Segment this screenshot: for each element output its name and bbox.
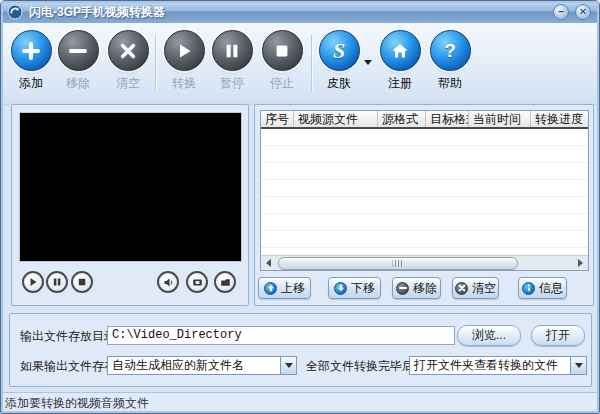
clear-button[interactable]: 清空 — [104, 30, 152, 92]
list-clear-button[interactable]: 清空 — [452, 277, 499, 299]
question-icon: ? — [430, 30, 471, 71]
column-header-srcfmt[interactable]: 源格式 — [378, 111, 426, 127]
add-icon — [11, 30, 52, 71]
window-title: 闪电-3GP手机视频转换器 — [29, 1, 165, 23]
stop-icon — [262, 30, 303, 71]
output-dir-input[interactable]: C:\Video_Directory — [107, 326, 455, 345]
app-window: 闪电-3GP手机视频转换器 – ✕ 添加 移除 清空 — [0, 0, 600, 414]
queue-panel: 序号 视频源文件 源格式 目标格式 当前时间 转换进度 上移 下移 — [254, 104, 594, 306]
clear-icon — [108, 30, 149, 71]
move-down-button[interactable]: 下移 — [328, 277, 381, 299]
column-header-dstfmt[interactable]: 目标格式 — [426, 111, 469, 127]
toolbar: 添加 移除 清空 转换 暂停 — [1, 23, 599, 105]
minus-icon — [396, 282, 409, 295]
toolbar-divider — [155, 35, 157, 91]
column-header-progress[interactable]: 转换进度 — [531, 111, 588, 127]
add-button[interactable]: 添加 — [7, 30, 55, 92]
info-icon — [522, 282, 535, 295]
register-button[interactable]: 注册 — [376, 30, 424, 92]
arrow-up-icon — [264, 282, 277, 295]
skin-button[interactable]: S 皮肤 — [315, 30, 363, 92]
if-exists-dropdown[interactable]: 自动生成相应的新文件名 — [107, 356, 297, 375]
player-pause-button[interactable] — [46, 271, 68, 293]
pause-button[interactable]: 暂停 — [208, 30, 256, 92]
remove-button[interactable]: 移除 — [54, 30, 102, 92]
output-settings-panel: 输出文件存放目录: C:\Video_Directory 浏览... 打开 如果… — [9, 313, 592, 387]
file-list-table[interactable]: 序号 视频源文件 源格式 目标格式 当前时间 转换进度 — [260, 110, 589, 271]
column-header-time[interactable]: 当前时间 — [469, 111, 531, 127]
after-convert-dropdown[interactable]: 打开文件夹查看转换的文件 — [409, 356, 587, 375]
skin-icon: S — [319, 30, 360, 71]
player-volume-button[interactable] — [157, 271, 179, 293]
open-button[interactable]: 打开 — [531, 325, 585, 346]
toolbar-divider — [311, 35, 313, 91]
table-horizontal-scrollbar[interactable] — [261, 255, 588, 270]
list-remove-button[interactable]: 移除 — [392, 277, 441, 299]
video-preview-screen — [19, 112, 242, 262]
chevron-down-icon[interactable] — [570, 357, 586, 374]
player-fullscreen-button[interactable] — [214, 271, 236, 293]
if-exists-label: 如果输出文件存在: — [20, 356, 119, 376]
after-convert-label: 全部文件转换完毕后: — [306, 356, 417, 376]
scroll-left-icon[interactable] — [261, 256, 276, 270]
preview-panel — [11, 104, 249, 306]
scrollbar-grip-icon — [393, 260, 404, 267]
stop-button[interactable]: 停止 — [258, 30, 306, 92]
output-dir-label: 输出文件存放目录: — [20, 326, 119, 346]
scrollbar-thumb[interactable] — [278, 257, 518, 270]
move-up-button[interactable]: 上移 — [258, 277, 311, 299]
player-play-button[interactable] — [22, 271, 44, 293]
pause-icon — [212, 30, 253, 71]
column-header-index[interactable]: 序号 — [261, 111, 294, 127]
convert-button[interactable]: 转换 — [160, 30, 208, 92]
cross-icon — [455, 282, 468, 295]
app-logo-icon — [7, 4, 23, 20]
status-bar: 添加要转换的视频音频文件 — [1, 392, 599, 413]
column-header-source[interactable]: 视频源文件 — [294, 111, 378, 127]
minimize-button[interactable]: – — [553, 4, 569, 20]
table-header-row: 序号 视频源文件 源格式 目标格式 当前时间 转换进度 — [261, 111, 588, 129]
arrow-down-icon — [334, 282, 347, 295]
scroll-right-icon[interactable] — [573, 256, 588, 270]
remove-icon — [58, 30, 99, 71]
help-button[interactable]: ? 帮助 — [426, 30, 474, 92]
info-button[interactable]: 信息 — [518, 277, 567, 299]
titlebar[interactable]: 闪电-3GP手机视频转换器 – ✕ — [1, 1, 599, 24]
skin-dropdown-arrow-icon[interactable] — [364, 60, 372, 65]
browse-button[interactable]: 浏览... — [457, 325, 521, 346]
chevron-down-icon[interactable] — [280, 357, 296, 374]
home-icon — [380, 30, 421, 71]
player-snapshot-button[interactable] — [186, 271, 208, 293]
table-body-empty[interactable] — [261, 129, 588, 253]
close-button[interactable]: ✕ — [575, 4, 591, 20]
player-stop-button[interactable] — [71, 271, 93, 293]
play-icon — [164, 30, 205, 71]
